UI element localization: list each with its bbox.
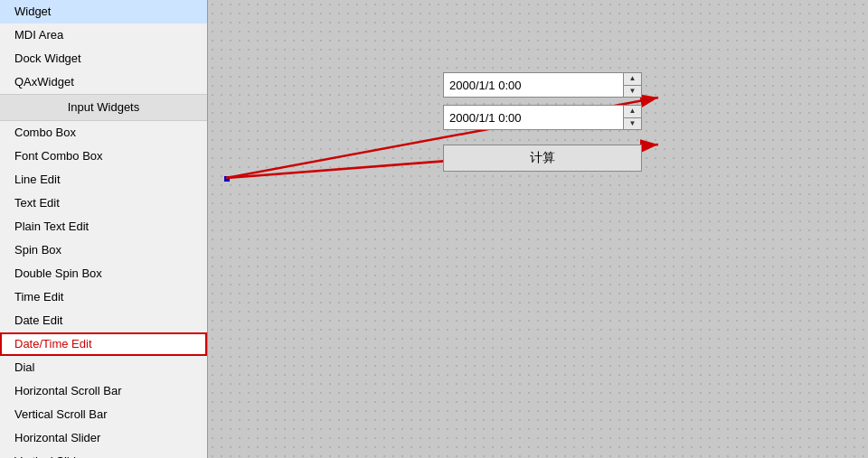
spin-down-1[interactable]: ▼ — [624, 86, 641, 98]
sidebar-item-font-combo-box[interactable]: Font Combo Box — [0, 145, 207, 168]
sidebar-item-double-spin-box[interactable]: Double Spin Box — [0, 262, 207, 285]
sidebar-item-vertical-slider[interactable]: Vertical Slider — [0, 450, 207, 458]
sidebar-item-datetime-edit[interactable]: Date/Time Edit — [0, 332, 207, 356]
datetime-widget-2: ▲ ▼ — [443, 105, 642, 130]
sidebar-item-dock-widget[interactable]: Dock Widget — [0, 47, 207, 70]
arrow-overlay — [208, 0, 868, 458]
sidebar-item-vertical-scroll-bar[interactable]: Vertical Scroll Bar — [0, 403, 207, 426]
sidebar-item-time-edit[interactable]: Time Edit — [0, 285, 207, 309]
widgets-container: ▲ ▼ ▲ ▼ 计算 — [443, 72, 642, 172]
datetime-widget-1: ▲ ▼ — [443, 72, 642, 98]
sidebar: Widget MDI Area Dock Widget QAxWidget In… — [0, 0, 208, 458]
datetime-input-2[interactable] — [444, 106, 623, 129]
calc-button[interactable]: 计算 — [443, 145, 642, 172]
blue-marker — [224, 176, 230, 182]
spin-buttons-2: ▲ ▼ — [623, 106, 641, 129]
sidebar-item-horizontal-slider[interactable]: Horizontal Slider — [0, 426, 207, 450]
sidebar-item-combo-box[interactable]: Combo Box — [0, 121, 207, 145]
sidebar-item-mdi-area[interactable]: MDI Area — [0, 23, 207, 47]
sidebar-item-dial[interactable]: Dial — [0, 356, 207, 379]
sidebar-item-plain-text-edit[interactable]: Plain Text Edit — [0, 215, 207, 238]
spin-buttons-1: ▲ ▼ — [623, 73, 641, 97]
main-content: ▲ ▼ ▲ ▼ 计算 — [208, 0, 868, 458]
sidebar-item-text-edit[interactable]: Text Edit — [0, 192, 207, 215]
spin-up-2[interactable]: ▲ — [624, 106, 641, 118]
sidebar-item-date-edit[interactable]: Date Edit — [0, 309, 207, 332]
sidebar-item-spin-box[interactable]: Spin Box — [0, 238, 207, 262]
spin-up-1[interactable]: ▲ — [624, 73, 641, 86]
datetime-input-1[interactable] — [444, 73, 623, 97]
sidebar-item-line-edit[interactable]: Line Edit — [0, 168, 207, 192]
sidebar-item-qaxwidget[interactable]: QAxWidget — [0, 70, 207, 94]
sidebar-item-horizontal-scroll-bar[interactable]: Horizontal Scroll Bar — [0, 379, 207, 403]
sidebar-item-widget[interactable]: Widget — [0, 0, 207, 23]
sidebar-category-input-widgets: Input Widgets — [0, 94, 207, 121]
spin-down-2[interactable]: ▼ — [624, 118, 641, 130]
